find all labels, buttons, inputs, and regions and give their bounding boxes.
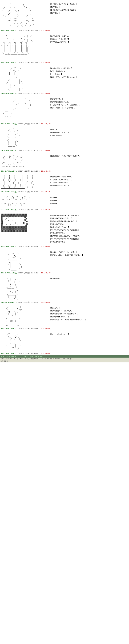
dialog: 【我跳——】 【我离开了妈妈，逃跑了。】 【因为火势在蔓延。】 — [50, 126, 70, 138]
post-id[interactable]: ID:LvGF/xRIP — [41, 353, 51, 354]
post-number[interactable]: 682 — [1, 272, 4, 274]
dialog-line: 【我的眼泪还在流，但如果就这样结束。】 — [50, 313, 87, 315]
post-id[interactable]: ID:LvGF/xRIP — [41, 123, 51, 125]
post-number[interactable]: 645 — [1, 191, 4, 193]
post-date: 2021/08/19(木) 22:33:04:69 — [19, 123, 40, 125]
dialog-line: 【她的脚被倒下的柱子压着。】 — [50, 101, 82, 103]
post: ,. ── 、 ／ ＼ / /￣＼ ', ,' （ ● ） i | ＼＿／ | … — [0, 248, 129, 272]
dialog: 【我刚跑出家门，外甥奶奶的房子就爆炸了。】 — [50, 153, 82, 158]
post-meta: 686 ◆1xPOXnAmVE(ちょ 2021/08/19(木) 22:56:1… — [0, 352, 129, 355]
post-date: 2021/08/19(木) 22:49:31:16 — [19, 272, 40, 274]
dialog: 【妈妈伸出手来。】 【她的脚被倒下的柱子压着。】 【一定是有喊着『动不了了，把我… — [50, 96, 82, 110]
dialog-line: 【『你能活下来真是个奇迹。』】 — [50, 179, 74, 181]
poster-name[interactable]: ◆1xPOXnAmVE(ちょ — [5, 123, 18, 125]
post: ▓▓▓▓▓▓▓▓▓▓▓▓▓▓▓▓▓▓▓▓▓▓▓▓▓▓▓▓▓▓ ▓▓▓▓▓▓▓▓▓… — [0, 211, 129, 245]
dialog-line: 【我不能手让我离去救妈妈的一个人逃走了。】 — [50, 235, 82, 237]
post: ⌒⌒ ⌒⌒ ⌒⌒ ⌒⌒ ⌒⌒ ⌒⌒ (・・) (・・) (・・) (・・) (・… — [0, 193, 129, 208]
post-number[interactable]: 639 — [1, 123, 4, 125]
ascii-art: ,..-─-..、 ／ ヽ / /| |ヽ ', ,' / .| | ヽ i |… — [1, 65, 50, 91]
post-id[interactable]: ID:LvGF/xRIP — [41, 272, 51, 274]
poster-name[interactable]: ◆1xPOXnAmVE(ちょ — [5, 191, 18, 193]
dialog-line: 【不对不对不对不对不对不对不对不对不对！】 — [50, 214, 82, 216]
dialog-line: 【一定是有喊着『动不了了，把我拉出来』。】 — [50, 104, 82, 106]
post-number[interactable]: 630 — [1, 62, 4, 64]
dialog-line: 【我跳——】 — [50, 128, 70, 131]
dialog: 【红色颜料之类的正从喉咙中流出来。】 【我不明白。】 【又脏又丑的粘土工艺品到处… — [50, 1, 79, 15]
ascii-art: ＼ | ／ ＼ | ／ ＼ | ／ ＼ | ／ ── ● ── ── ● ── … — [1, 33, 50, 60]
nav-text[interactable]: 板 新しいレスの取り合わせ/ここまで選んだ/件間文更新 重量/上 下 — [1, 356, 46, 357]
dialog-line: 【因为火势在蔓延。】 — [50, 134, 70, 137]
post-date: 2021/08/19(木) 22:52:06:39 — [19, 302, 40, 303]
poster-name[interactable]: ◆1xPOXnAmVE(ちょ — [5, 209, 18, 210]
poster-name[interactable]: ◆1xPOXnAmVE(ちょ — [5, 62, 18, 64]
poster-name[interactable]: ◆1xPOXnAmVE(ちょ — [5, 328, 18, 330]
ascii-art: ,. -─- 、 ／ ＼ / /| |ヽ ', ,' ／ | | ＼ i | |… — [1, 126, 50, 148]
post-meta: 651 ◆1xPOXnAmVE(ちょ 2021/08/19(木) 22:42:4… — [0, 208, 129, 211]
post: ＼|／ ＼|／ ─●─ ─●─ ／|＼ ／|＼ ,. ─── 、 ／ ／＼ ／＼… — [0, 304, 129, 327]
post-number[interactable]: 684 — [1, 328, 4, 330]
dialog-line: 【不对不对不对不对不对不对不对不对不对：】 — [50, 238, 82, 240]
thread-nav-bar: 板 新しいレスの取り合わせ/ここまで選んだ/件間文更新 重量/上 下 — [0, 355, 129, 358]
dialog-line: 【不明白不明白不明白：】 — [50, 232, 82, 234]
post-meta: 639 ◆1xPOXnAmVE(ちょ 2021/08/19(木) 22:33:0… — [0, 122, 129, 126]
dialog-line: 【我不明白。】 — [50, 12, 79, 14]
post-meta: 645 ◆1xPOXnAmVE(ちょ 2021/08/19(木) 22:40:1… — [0, 190, 129, 193]
post-id[interactable]: ID:LvGF/xRIP — [41, 30, 51, 32]
dialog-line: 【不明白不明白不明白：】 — [50, 241, 82, 243]
dialog-line: 【那是爸爸，还是外甥的奶】 — [50, 38, 71, 40]
ascii-art: ,.. -‐ '' "~~~"'' - 、 ,.'´ `ヽ、 ／ ＼ ／ ,.-… — [1, 1, 50, 28]
post-id[interactable]: ID:LvGF/xRIP — [41, 170, 51, 172]
post-date: 2021/08/19(木) 22:07:13:08 — [19, 62, 40, 64]
dialog: 【我妈妈冲过脸去，捂住耳朵。】 【听到一个微弱的声音。】 【————是妈妈。】 … — [50, 65, 77, 79]
post-id[interactable]: ID:LvGF/xRIP — [41, 92, 51, 94]
post-number[interactable]: 686 — [1, 353, 4, 354]
post-number[interactable]: 651 — [1, 209, 4, 210]
poster-name[interactable]: ◆1xPOXnAmVE(ちょ — [5, 150, 18, 151]
dialog: 【我点点头。】 【我的眼泪消失了。内埃消失了。】 【我的眼泪还在流，但如果就这样… — [50, 305, 87, 322]
post-date: 2021/08/19(木) 22:54:04:28 — [19, 328, 40, 330]
poster-name[interactable]: ◆1xPOXnAmVE(ちょ — [5, 272, 18, 274]
reply-meta: 名前: アhメ 竹コんちゃとき大変人 だからけど(はずねめ) 2021/08/1… — [0, 358, 129, 360]
post-number[interactable]: 672 — [1, 246, 4, 248]
post-meta: 638 ◆1xPOXnAmVE(ちょ 2021/08/19(木) 22:30:0… — [0, 92, 129, 95]
post-id[interactable]: ID:LvGF/xRIP — [41, 191, 51, 193]
dialog-line: 【我的眼泪消失了。内埃消失了。】 — [50, 310, 87, 312]
post-number[interactable]: 683 — [1, 302, 4, 303]
post-date: 2021/08/19(木) 22:42:44:24 — [19, 209, 40, 210]
dialog-line: 【不不思明白，我不明白。】 — [50, 41, 71, 43]
reply-meta-text: 名前: アhメ 竹コんちゃとき大変人 だからけど(はずねめ) 2021/08/1… — [1, 358, 72, 360]
poster-name[interactable]: ◆1xPOXnAmVE(ちょ — [5, 30, 18, 32]
dialog-line: 【我妈妈冲过脸去，捂住耳朵。】 — [50, 67, 77, 70]
footer-text-row: 我眼需要她 — [0, 360, 129, 362]
post-number[interactable]: 629 — [1, 30, 4, 32]
post-number[interactable]: 642 — [1, 170, 4, 172]
post-id[interactable]: ID:LvGF/xRIP — [41, 209, 51, 210]
poster-name[interactable]: ◆1xPOXnAmVE(ちょ — [5, 353, 18, 354]
dialog-line: 【嘲笑——】 — [50, 200, 58, 202]
dialog-line: 【因为哭泣是『夜』，我不再需要的残晚晴温柔了。】 — [50, 319, 87, 321]
footer-text: 我眼需要她 — [1, 360, 8, 362]
dialog-line: 【妈妈一边哭，一边不停地对我大喊。】 — [50, 76, 77, 78]
poster-name[interactable]: ◆1xPOXnAmVE(ちょ — [5, 302, 18, 303]
post-id[interactable]: ID:LvGF/xRIP — [41, 246, 51, 248]
ascii-art: ,. ─── 、 ／ ／| |＼ ＼ / / | | ＼ ', ,' ,' | … — [1, 276, 50, 300]
post-id[interactable]: ID:LvGF/xRIP — [41, 302, 51, 303]
post-number[interactable]: 638 — [1, 92, 4, 94]
dialog-line: 【然后，『我』就消失了。】 — [50, 333, 70, 336]
post-meta: 682 ◆1xPOXnAmVE(ちょ 2021/08/19(木) 22:49:3… — [0, 272, 129, 274]
dialog-line: 【冷笑——】 — [50, 196, 58, 198]
dialog: 【冷笑——】 【嘲笑——】 【嘲笑——】 — [50, 194, 58, 205]
post-number[interactable]: 641 — [1, 150, 4, 151]
post-id[interactable]: ID:LvGF/xRIP — [41, 150, 51, 151]
ascii-art: ,. ── 、 ／ ＼ / /￣＼ ', ,' （ ● ） i | ＼＿／ | … — [1, 249, 50, 270]
poster-name[interactable]: ◆1xPOXnAmVE(ちょ — [5, 92, 18, 94]
poster-name[interactable]: ◆1xPOXnAmVE(ちょ — [5, 170, 18, 172]
dialog-line: 【不明白不明白不明白不明白：】 — [50, 217, 82, 220]
post-date: 2021/08/19(木) 22:40:18:43 — [19, 191, 40, 193]
post-id[interactable]: ID:LvGF/xRIP — [41, 62, 51, 64]
post-meta: 630 ◆1xPOXnAmVE(ちょ 2021/08/19(木) 22:07:1… — [0, 61, 129, 64]
ascii-art: ⌒⌒ ⌒⌒ ⌒⌒ ⌒⌒ ⌒⌒ ⌒⌒ (・・) (・・) (・・) (・・) (・… — [1, 194, 50, 207]
post-id[interactable]: ID:LvGF/xRIP — [41, 328, 51, 330]
poster-name[interactable]: ◆1xPOXnAmVE(ちょ — [5, 246, 18, 248]
ascii-art: ▓▓▓▓▓▓▓▓▓▓▓▓▓▓▓▓▓▓▓▓▓▓▓▓▓▓▓▓▓▓ ▓▓▓▓▓▓▓▓▓… — [1, 212, 50, 232]
